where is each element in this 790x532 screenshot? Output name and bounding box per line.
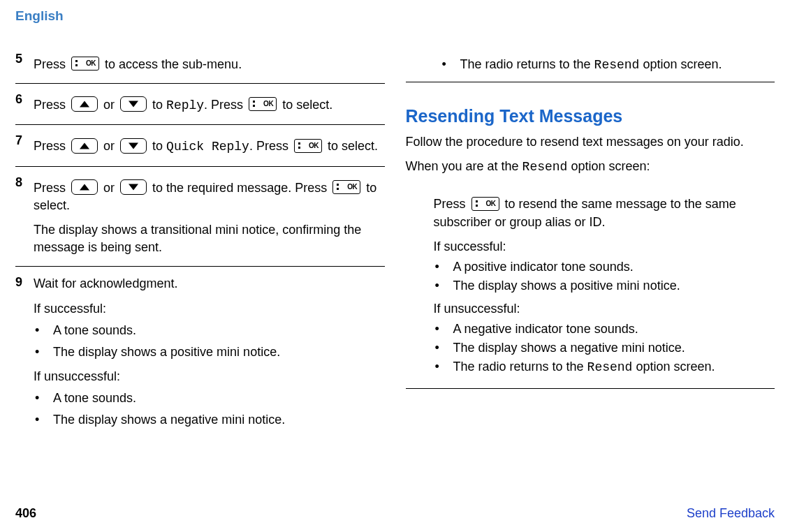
page-footer: 406 Send Feedback — [15, 506, 775, 521]
text: Wait for acknowledgment. — [34, 275, 385, 293]
text: The radio returns to the — [460, 57, 594, 71]
step-body: Press OK to access the sub-menu. — [34, 52, 385, 73]
text: to the required message. Press — [152, 181, 330, 195]
step-body: Press or to the required message. Press … — [34, 175, 385, 257]
success-list: A tone sounds. The display shows a posit… — [34, 322, 385, 361]
text: to — [152, 139, 166, 153]
text: Press — [34, 98, 69, 112]
list-item: A tone sounds. — [34, 390, 385, 407]
success-label: If successful: — [34, 300, 385, 318]
text: . Press — [249, 139, 292, 153]
step-number: 5 — [15, 52, 34, 73]
list-item: A tone sounds. — [34, 322, 385, 339]
step-note: The display shows a transitional mini no… — [34, 221, 385, 256]
step-body: Press or to Quick Reply. Press OK to sel… — [34, 133, 385, 156]
text: Press — [34, 181, 69, 195]
text: option screen. — [632, 360, 715, 374]
menu-option: Quick Reply — [166, 140, 249, 154]
section-intro: Follow the procedure to resend text mess… — [406, 133, 775, 151]
menu-ok-button-icon: OK — [294, 139, 322, 153]
step-number: 7 — [15, 133, 34, 156]
step-number: 8 — [15, 175, 34, 257]
fail-label: If unsuccessful: — [34, 368, 385, 385]
text: to — [152, 98, 166, 112]
text: or — [103, 139, 118, 153]
text: or — [103, 98, 118, 112]
text: When you are at the — [406, 159, 522, 173]
step-number: 6 — [15, 92, 34, 114]
step-body: Press or to Reply. Press OK to select. — [34, 92, 385, 114]
menu-ok-button-icon: OK — [249, 97, 277, 111]
success-list: A positive indicator tone sounds. The di… — [434, 260, 775, 293]
fail-label: If unsuccessful: — [434, 300, 775, 318]
list-item: The display shows a positive mini notice… — [434, 279, 775, 293]
section-heading: Resending Text Messages — [406, 106, 775, 126]
list-item: The display shows a negative mini notice… — [434, 341, 775, 355]
menu-option: Resend — [587, 360, 633, 374]
menu-option: Resend — [522, 160, 568, 174]
list-item: The radio returns to the Resend option s… — [434, 360, 775, 374]
list-item: The display shows a negative mini notice… — [34, 411, 385, 429]
text: or — [103, 181, 118, 195]
text: option screen. — [639, 57, 722, 71]
menu-ok-button-icon: OK — [71, 57, 99, 71]
page-number: 406 — [15, 506, 36, 521]
list-item: A positive indicator tone sounds. — [434, 260, 775, 274]
menu-option: Reply — [166, 98, 204, 112]
down-arrow-button-icon — [120, 138, 147, 154]
section-when: When you are at the Resend option screen… — [406, 158, 775, 176]
step-body: Wait for acknowledgment. If successful: … — [34, 275, 385, 433]
fail-list: A tone sounds. The display shows a negat… — [34, 390, 385, 429]
resend-procedure: Press OK to resend the same message to t… — [406, 195, 775, 389]
menu-option: Resend — [594, 58, 640, 72]
left-column: 5 Press OK to access the sub-menu. 6 Pre… — [15, 43, 385, 443]
step-9: 9 Wait for acknowledgment. If successful… — [15, 267, 385, 443]
up-arrow-button-icon — [71, 138, 98, 154]
step-6: 6 Press or to Reply. Press OK to select. — [15, 84, 385, 125]
step-number: 9 — [15, 275, 34, 433]
text: to select. — [282, 98, 332, 112]
text: . Press — [204, 98, 247, 112]
text: option screen: — [567, 159, 650, 173]
text: Press — [434, 197, 469, 211]
continuation-bullet: The radio returns to the Resend option s… — [406, 57, 775, 82]
step-7: 7 Press or to Quick Reply. Press OK to s… — [15, 125, 385, 166]
success-label: If successful: — [434, 238, 775, 256]
text: The radio returns to the — [453, 360, 587, 374]
content-columns: 5 Press OK to access the sub-menu. 6 Pre… — [15, 43, 775, 443]
up-arrow-button-icon — [71, 96, 98, 112]
down-arrow-button-icon — [120, 179, 147, 195]
list-item: The display shows a positive mini notice… — [34, 343, 385, 361]
step-5: 5 Press OK to access the sub-menu. — [15, 43, 385, 84]
menu-ok-button-icon: OK — [332, 180, 360, 194]
list-item: A negative indicator tone sounds. — [434, 322, 775, 337]
up-arrow-button-icon — [71, 179, 98, 195]
send-feedback-link[interactable]: Send Feedback — [687, 506, 775, 521]
menu-ok-button-icon: OK — [471, 197, 499, 211]
down-arrow-button-icon — [120, 96, 147, 112]
text: Press — [34, 57, 69, 71]
text: to select. — [328, 139, 378, 153]
step-8: 8 Press or to the required message. Pres… — [15, 167, 385, 267]
text: to access the sub-menu. — [105, 57, 242, 71]
page-header: English — [15, 8, 775, 24]
right-column: The radio returns to the Resend option s… — [406, 43, 775, 443]
text: Press — [34, 139, 69, 153]
fail-list: A negative indicator tone sounds. The di… — [434, 322, 775, 374]
